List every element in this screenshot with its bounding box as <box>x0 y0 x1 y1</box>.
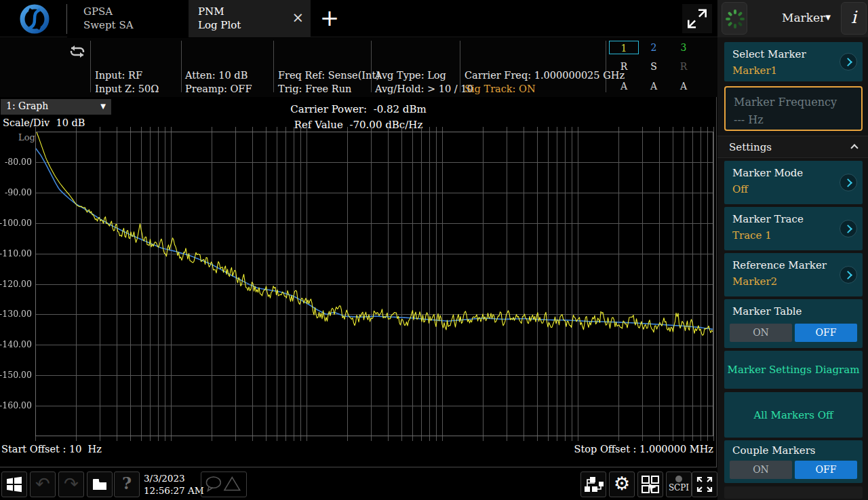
gear-icon: ⚙ <box>614 473 630 494</box>
couple-markers-on-button[interactable]: ON <box>730 461 792 479</box>
nodes-icon <box>581 472 606 497</box>
trace-2-type: S <box>639 60 669 73</box>
scpi-status-button[interactable]: SCPI <box>666 472 692 497</box>
fullscreen-button[interactable] <box>692 472 717 497</box>
chevron-right-icon <box>840 53 857 71</box>
block-diagram-button[interactable] <box>580 472 606 497</box>
scpi-status-dot <box>675 476 682 482</box>
marker-table-off-button[interactable]: OFF <box>795 324 857 342</box>
system-toolbar: ↶ ↷ ? 3/3/2023 12:56:27 AM <box>0 468 717 500</box>
clock-readout: 3/3/2023 12:56:27 AM <box>144 472 204 497</box>
chevron-right-icon <box>840 220 857 237</box>
reference-marker-value: Marker2 <box>732 275 777 288</box>
settings-line: Atten: 10 dB <box>185 69 252 82</box>
help-icon: ? <box>122 474 132 493</box>
busy-spinner-icon <box>734 18 736 20</box>
scpi-label: SCPI <box>667 483 691 493</box>
tab-pnm-log-plot[interactable]: PNM Log Plot × <box>189 0 311 37</box>
graph-window: 1: Graph ▼ Scale/Div 10 dB Carrier Power… <box>0 97 717 467</box>
tab-gpsa-swept-sa[interactable]: GPSA Swept SA <box>67 0 189 37</box>
measurement-settings-bar: Input: RFInput Z: 50ΩCoupling: ACExt Gai… <box>0 38 717 97</box>
trace-1-detector: A <box>609 79 639 93</box>
time-label: 12:56:27 AM <box>144 484 204 497</box>
marker-trace-value: Trace 1 <box>732 229 772 242</box>
new-tab-button[interactable]: + <box>316 4 343 33</box>
date-label: 3/3/2023 <box>144 472 204 484</box>
expand-window-icon[interactable] <box>682 4 712 33</box>
expand-arrows-icon <box>692 472 717 497</box>
marker-table-control: Marker Table ON OFF <box>724 299 863 348</box>
trace-1-selector[interactable]: 1 <box>609 41 639 54</box>
redo-button[interactable]: ↷ <box>58 472 84 497</box>
marker-trace-button[interactable]: Marker Trace Trace 1 <box>724 207 863 250</box>
help-button[interactable]: ? <box>114 472 140 497</box>
marker-mode-value: Off <box>732 183 748 195</box>
settings-header-label: Settings <box>729 141 772 153</box>
carrier-power-readout: Carrier Power: -0.82 dBm <box>0 103 717 115</box>
settings-section-header[interactable]: Settings <box>717 136 868 158</box>
app-logo-icon <box>20 4 50 34</box>
marker-frequency-value: --- Hz <box>734 113 764 126</box>
busy-spinner-tile <box>722 2 747 35</box>
spectrum-plot-canvas[interactable] <box>0 126 716 442</box>
menu-title-label: Marker <box>782 11 825 24</box>
chevron-right-icon <box>840 174 857 191</box>
reference-marker-label: Reference Marker <box>732 259 827 271</box>
select-marker-button[interactable]: Select Marker Marker1 <box>724 42 863 81</box>
layout-cursor-icon <box>638 472 663 497</box>
settings-line: Carrier Freq: 1.000000025 GHz <box>465 69 625 82</box>
marker-settings-diagram-button[interactable]: Marker Settings Diagram <box>724 351 863 389</box>
chevron-down-icon: ▼ <box>825 14 831 21</box>
trace-1-type: R <box>609 60 639 73</box>
trace-3-detector: A <box>669 79 698 93</box>
settings-line: Trig: Free Run <box>278 82 380 96</box>
marker-menu-panel: Select Marker Marker1 Marker Frequency -… <box>717 37 868 500</box>
marker-mode-button[interactable]: Marker Mode Off <box>724 161 863 204</box>
screen-capture-button[interactable] <box>87 472 113 497</box>
trace-2-selector[interactable]: 2 <box>639 41 669 54</box>
folder-icon <box>87 472 112 497</box>
settings-line: Avg Type: Log <box>375 69 473 82</box>
undo-button[interactable]: ↶ <box>30 472 56 497</box>
windows-start-button[interactable] <box>1 472 27 497</box>
next-panel-stub <box>724 486 863 499</box>
reference-marker-button[interactable]: Reference Marker Marker2 <box>724 253 863 296</box>
application-window: GPSA Swept SA PNM Log Plot × + Marker ▼ … <box>0 0 868 500</box>
message-indicator-group[interactable] <box>201 472 247 497</box>
start-offset-label: Start Offset : 10 Hz <box>1 444 102 455</box>
window-arrange-button[interactable] <box>637 472 663 497</box>
marker-frequency-field[interactable]: Marker Frequency --- Hz <box>724 86 863 131</box>
tab-gpsa-label: GPSA Swept SA <box>83 5 134 32</box>
settings-line: Input Z: 50Ω <box>95 82 167 96</box>
settings-line: Sig Track: ON <box>465 82 625 96</box>
marker-settings-diagram-label: Marker Settings Diagram <box>724 364 863 376</box>
top-tab-bar: GPSA Swept SA PNM Log Plot × + <box>0 0 717 37</box>
marker-table-label: Marker Table <box>732 305 802 318</box>
marker-trace-label: Marker Trace <box>732 213 804 225</box>
couple-markers-off-button[interactable]: OFF <box>795 461 857 479</box>
trace-3-type: R <box>669 60 698 73</box>
tab-pnm-label: PNM Log Plot <box>198 5 241 32</box>
settings-line: Input: RF <box>95 69 167 82</box>
all-markers-off-button[interactable]: All Markers Off <box>724 392 863 438</box>
info-button[interactable]: i <box>841 2 867 35</box>
redo-icon: ↷ <box>64 474 79 494</box>
trace-3-selector[interactable]: 3 <box>669 41 698 54</box>
settings-line: Freq Ref: Sense(Int) <box>278 69 380 82</box>
close-tab-icon[interactable]: × <box>292 9 304 26</box>
system-settings-button[interactable]: ⚙ <box>609 472 635 497</box>
undo-icon: ↶ <box>35 474 50 494</box>
menu-header: Marker ▼ i <box>717 0 868 37</box>
couple-markers-control: Couple Markers ON OFF <box>724 440 863 483</box>
all-markers-off-label: All Markers Off <box>724 409 863 421</box>
windows-logo-icon <box>2 472 26 497</box>
chevron-right-icon <box>840 266 857 284</box>
chevron-up-icon <box>850 144 858 151</box>
settings-line: Preamp: OFF <box>185 82 252 96</box>
select-marker-label: Select Marker <box>732 48 806 60</box>
settings-line: Avg/Hold: > 10 / 10 <box>375 82 473 96</box>
stop-offset-label: Stop Offset : 1.000000 MHz <box>574 444 713 455</box>
marker-frequency-label: Marker Frequency <box>734 96 837 109</box>
trace-legend: 1 2 3 R S R A A A <box>609 39 712 95</box>
marker-table-on-button[interactable]: ON <box>730 324 792 342</box>
